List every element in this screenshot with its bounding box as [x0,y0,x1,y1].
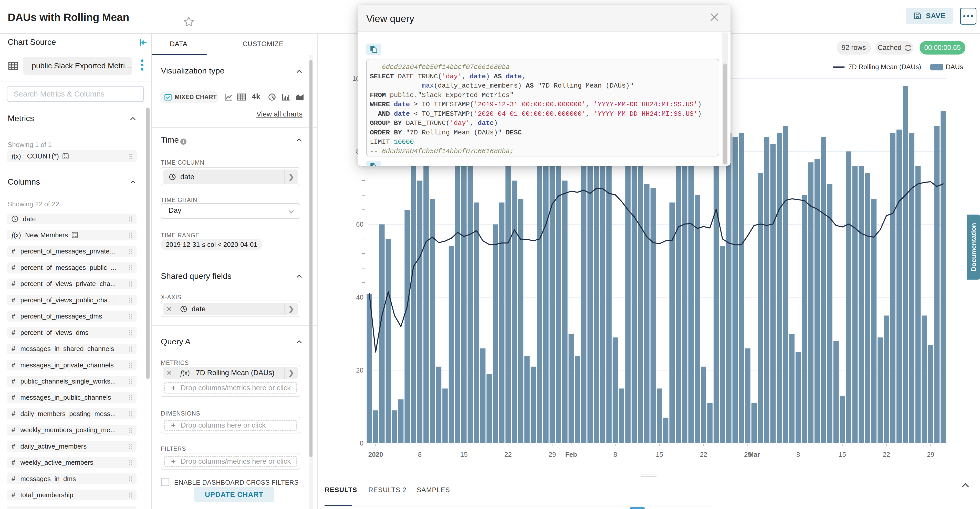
svg-text:15: 15 [838,451,846,458]
svg-text:8: 8 [796,451,800,458]
svg-text:29: 29 [549,451,556,458]
svg-text:60: 60 [356,220,363,228]
svg-text:Feb: Feb [565,451,577,458]
svg-text:0: 0 [360,439,363,447]
svg-text:20: 20 [356,366,363,374]
svg-text:8: 8 [418,451,422,458]
svg-text:2020: 2020 [368,451,383,458]
svg-text:15: 15 [656,451,663,458]
svg-text:22: 22 [504,451,512,458]
svg-text:40: 40 [356,293,363,301]
svg-text:22: 22 [883,451,890,458]
svg-text:15: 15 [460,451,468,458]
svg-text:29: 29 [927,451,934,458]
svg-text:8: 8 [614,451,617,458]
svg-text:Mar: Mar [748,451,760,458]
svg-text:22: 22 [700,451,707,458]
